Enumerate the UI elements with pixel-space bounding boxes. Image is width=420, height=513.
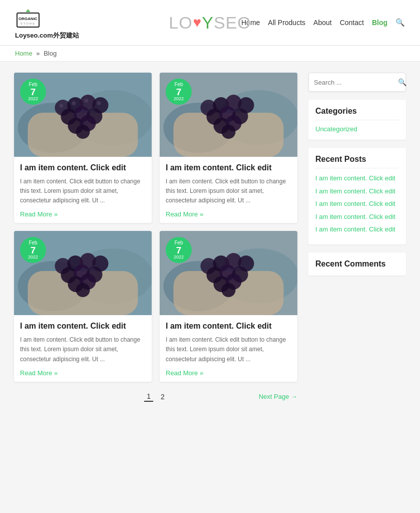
nav-about[interactable]: About	[313, 19, 332, 27]
brand-heart: ♥	[193, 15, 202, 31]
breadcrumb: Home » Blog	[0, 46, 420, 62]
brand-lo: LO	[169, 13, 192, 33]
svg-text:STORE: STORE	[21, 22, 36, 25]
recent-post-2[interactable]: I am item content. Click edit	[315, 186, 399, 196]
recent-posts-title: Recent Posts	[315, 155, 399, 168]
main-nav: Home All Products About Contact Blog 🔍	[241, 18, 405, 27]
sidebar: 🔍 Categories Uncategorized Recent Posts …	[308, 73, 406, 406]
post-title: I am item content. Click edit	[20, 321, 146, 332]
post-image-wrap: Feb 7 2022	[14, 231, 152, 315]
recent-post-4[interactable]: I am item content. Click edit	[315, 212, 399, 222]
post-card: Feb 7 2022 I am item content. Click edit…	[160, 231, 297, 381]
logo-area: ORGANIC STORE Loyseo.com外贸建站	[15, 5, 79, 40]
svg-point-35	[222, 125, 236, 139]
post-body: I am item content. Click edit I am item …	[14, 157, 152, 223]
post-body: I am item content. Click edit I am item …	[160, 157, 297, 223]
sidebar-categories-box: Categories Uncategorized	[308, 100, 406, 140]
breadcrumb-separator: »	[36, 50, 40, 57]
brand-y: Y	[202, 13, 214, 33]
read-more-link[interactable]: Read More »	[20, 369, 58, 377]
date-year: 2022	[174, 97, 184, 102]
header: ORGANIC STORE Loyseo.com外贸建站 LO ♥ Y SEO …	[0, 0, 420, 46]
sidebar-recent-comments-box: Recent Comments	[308, 252, 406, 276]
date-year: 2022	[174, 255, 184, 260]
recent-post-3[interactable]: I am item content. Click edit	[315, 199, 399, 209]
read-more-link[interactable]: Read More »	[166, 369, 203, 377]
organic-store-icon: ORGANIC STORE	[15, 5, 41, 31]
post-image-wrap: Feb 7 2022	[160, 231, 297, 315]
svg-point-18	[60, 104, 64, 108]
post-card: Feb 7 2022 I am item content. Click edit…	[14, 231, 152, 381]
nav-contact[interactable]: Contact	[340, 19, 364, 27]
logo-image: ORGANIC STORE	[15, 5, 79, 31]
nav-blog[interactable]: Blog	[372, 19, 387, 27]
site-brand: LO ♥ Y SEO	[169, 13, 251, 33]
category-uncategorized[interactable]: Uncategorized	[315, 125, 399, 133]
date-badge: Feb 7 2022	[166, 79, 192, 105]
page-1-link[interactable]: 1	[144, 392, 153, 402]
date-badge: Feb 7 2022	[166, 237, 192, 263]
pagination: 1 2 Next Page →	[14, 382, 297, 406]
post-title: I am item content. Click edit	[166, 321, 291, 332]
read-more-link[interactable]: Read More »	[166, 210, 203, 218]
post-excerpt: I am item content. Click edit button to …	[166, 335, 291, 364]
recent-post-5[interactable]: I am item content. Click edit	[315, 224, 399, 234]
post-card: Feb 7 2022 I am item content. Click edit…	[160, 73, 297, 223]
post-card: Feb 7 2022 I am item content. Click edit…	[14, 73, 152, 223]
post-image-wrap: Feb 7 2022	[14, 73, 152, 157]
next-page-link[interactable]: Next Page →	[259, 393, 297, 400]
date-badge: Feb 7 2022	[20, 237, 46, 263]
read-more-link[interactable]: Read More »	[20, 210, 58, 218]
post-excerpt: I am item content. Click edit button to …	[20, 335, 146, 364]
svg-point-19	[72, 101, 76, 105]
breadcrumb-current: Blog	[44, 50, 57, 57]
categories-title: Categories	[315, 107, 399, 120]
sidebar-search-box: 🔍	[308, 73, 406, 92]
date-year: 2022	[28, 97, 38, 102]
date-badge: Feb 7 2022	[20, 79, 46, 105]
recent-post-1[interactable]: I am item content. Click edit	[315, 173, 399, 183]
post-body: I am item content. Click edit I am item …	[14, 315, 152, 381]
search-input[interactable]	[314, 79, 398, 86]
post-title: I am item content. Click edit	[20, 163, 146, 173]
breadcrumb-home[interactable]: Home	[15, 50, 33, 57]
svg-point-21	[97, 101, 101, 105]
date-day: 7	[31, 245, 36, 255]
svg-point-20	[85, 99, 89, 103]
search-icon[interactable]: 🔍	[395, 18, 405, 27]
posts-area: Feb 7 2022 I am item content. Click edit…	[14, 73, 297, 406]
post-image-wrap: Feb 7 2022	[160, 73, 297, 157]
post-excerpt: I am item content. Click edit button to …	[166, 177, 291, 206]
date-year: 2022	[28, 255, 38, 260]
logo-subtitle: Loyseo.com外贸建站	[15, 31, 79, 40]
date-day: 7	[31, 87, 36, 97]
search-button[interactable]: 🔍	[398, 78, 406, 86]
post-body: I am item content. Click edit I am item …	[160, 315, 297, 381]
main-layout: Feb 7 2022 I am item content. Click edit…	[0, 62, 420, 417]
svg-point-49	[76, 283, 90, 297]
svg-point-63	[222, 283, 236, 297]
post-title: I am item content. Click edit	[166, 163, 291, 173]
brand-seo: SEO	[214, 13, 251, 33]
date-day: 7	[176, 87, 182, 97]
posts-grid: Feb 7 2022 I am item content. Click edit…	[14, 73, 297, 382]
date-day: 7	[176, 245, 182, 255]
nav-all-products[interactable]: All Products	[268, 19, 305, 27]
page-2-link[interactable]: 2	[158, 392, 167, 401]
svg-text:ORGANIC: ORGANIC	[19, 17, 38, 21]
post-excerpt: I am item content. Click edit button to …	[20, 177, 146, 206]
recent-comments-title: Recent Comments	[315, 260, 399, 269]
sidebar-recent-posts-box: Recent Posts I am item content. Click ed…	[308, 148, 406, 244]
svg-point-17	[76, 125, 90, 139]
